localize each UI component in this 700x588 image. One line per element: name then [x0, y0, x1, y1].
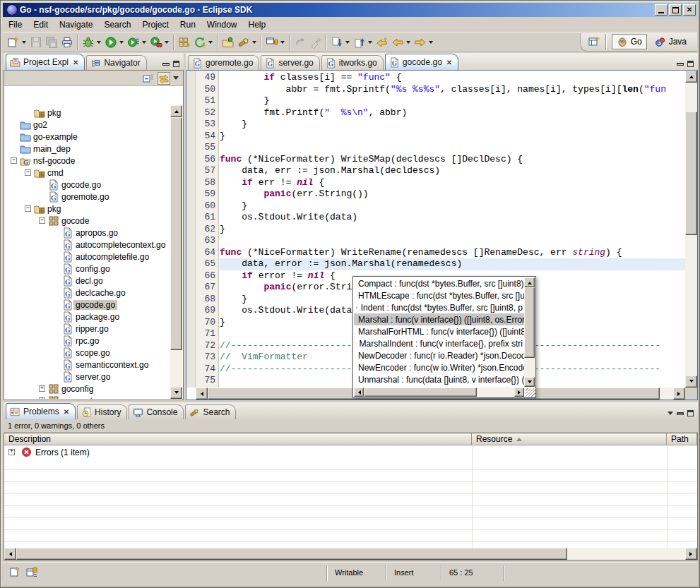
- view-menu-icon[interactable]: [668, 412, 673, 418]
- trim-fast-view-icon[interactable]: [8, 566, 21, 579]
- tree-item-pkg[interactable]: pkg: [5, 107, 170, 119]
- trim-minimized-view-icon[interactable]: [25, 566, 38, 579]
- go-refresh-button[interactable]: [192, 34, 215, 51]
- problems-hscrollbar[interactable]: [4, 548, 697, 560]
- maximize-view-icon[interactable]: [687, 410, 694, 416]
- view-menu-icon[interactable]: [173, 76, 179, 83]
- menu-search[interactable]: Search: [98, 18, 136, 31]
- tree-item-goremote-go[interactable]: Ggoremote.go: [5, 191, 170, 203]
- search-dropdown-icon[interactable]: [252, 41, 256, 46]
- search-button[interactable]: [236, 34, 259, 51]
- popup-resize-grip[interactable]: [526, 388, 535, 397]
- expand-expander[interactable]: +: [39, 397, 45, 399]
- menu-window[interactable]: Window: [201, 18, 243, 31]
- tree-item-goconfig[interactable]: +goconfig: [5, 383, 170, 395]
- menu-project[interactable]: Project: [136, 18, 174, 31]
- open-resource-button[interactable]: [220, 34, 236, 51]
- menu-edit[interactable]: Edit: [28, 18, 54, 31]
- prev-annotation-dropdown-icon[interactable]: [368, 41, 372, 46]
- maximize-button[interactable]: [669, 4, 682, 16]
- external-tools-button[interactable]: [148, 34, 171, 51]
- next-annotation-dropdown-icon[interactable]: [345, 41, 350, 46]
- annotation-ruler[interactable]: [186, 71, 196, 388]
- tree-item-goremote[interactable]: +goremote: [5, 395, 170, 399]
- tree-item-autocompletefile-go[interactable]: Gautocompletefile.go: [5, 251, 170, 263]
- editor-body[interactable]: 4950515253545556575859606162636465666768…: [186, 70, 698, 400]
- external-tools-dropdown-icon[interactable]: [165, 41, 169, 46]
- minimize-view-icon[interactable]: [677, 412, 684, 415]
- debug-button[interactable]: [81, 34, 103, 51]
- collapse-expander[interactable]: −: [25, 205, 31, 212]
- completion-item-indent[interactable]: Indent : func(dst *bytes.Buffer, src []u…: [354, 301, 524, 313]
- tree-item-ripper-go[interactable]: Gripper.go: [5, 323, 170, 335]
- completion-item-unmarshal[interactable]: Unmarshal : func(data []uint8, v interfa…: [354, 373, 524, 385]
- run-history-dropdown-icon[interactable]: [142, 41, 146, 46]
- explorer-tab-navigator[interactable]: Navigator: [86, 55, 146, 70]
- tree-item-autocompletecontext-go[interactable]: Gautocompletecontext.go: [5, 239, 170, 251]
- tree-item-nsf-gocode[interactable]: −Gnsf-gocode: [5, 155, 170, 167]
- close-tab-icon[interactable]: ✕: [73, 59, 78, 66]
- column-header-path[interactable]: Path: [667, 433, 697, 445]
- tree-item-package-go[interactable]: Gpackage.go: [5, 311, 170, 323]
- tree-item-server-go[interactable]: Gserver.go: [5, 371, 170, 383]
- tree-item-apropos-go[interactable]: Gapropos.go: [5, 227, 170, 239]
- editor-tab-gocode-go[interactable]: Ggocode.go✕: [385, 54, 458, 70]
- back-button[interactable]: [390, 34, 413, 51]
- completion-item-newdecoder[interactable]: NewDecoder : func(r io.Reader) *json.Dec…: [354, 349, 524, 361]
- tree-item-semanticcontext-go[interactable]: Gsemanticcontext.go: [5, 359, 170, 371]
- minimize-button[interactable]: [655, 4, 668, 16]
- tree-item-gocode[interactable]: −gocode: [5, 215, 170, 227]
- new-wizard-dropdown-icon[interactable]: [22, 41, 26, 46]
- popup-vscrollbar[interactable]: [524, 277, 535, 387]
- collapse-expander[interactable]: −: [39, 217, 45, 224]
- minimize-view-icon[interactable]: [677, 63, 684, 66]
- tree-item-cmd[interactable]: −cmd: [5, 167, 170, 179]
- forward-button[interactable]: [413, 34, 435, 51]
- line-number-ruler[interactable]: 4950515253545556575859606162636465666768…: [196, 71, 219, 388]
- new-wizard-button[interactable]: [6, 34, 28, 51]
- debug-dropdown-icon[interactable]: [97, 41, 101, 46]
- run-history-button[interactable]: [126, 34, 148, 51]
- open-perspective-button[interactable]: [588, 35, 600, 48]
- completion-item-marshalindent[interactable]: MarshalIndent : func(v interface{}, pref…: [354, 337, 524, 349]
- last-edit-location-button[interactable]: [374, 34, 390, 51]
- tree-item-gocode-go[interactable]: Ggocode.go: [5, 179, 170, 191]
- next-annotation-button[interactable]: [329, 34, 352, 51]
- forward-dropdown-icon[interactable]: [429, 41, 433, 46]
- completion-item-marshal[interactable]: Marshal : func(v interface{}) ([]uint8, …: [354, 313, 524, 325]
- collapse-expander[interactable]: −: [11, 157, 17, 164]
- prev-annotation-button[interactable]: [352, 34, 374, 51]
- menu-run[interactable]: Run: [174, 18, 201, 31]
- tree-item-gocode-go[interactable]: Ggocode.go: [5, 299, 170, 311]
- expand-expander[interactable]: +: [8, 449, 15, 455]
- completion-item-marshalforhtml[interactable]: MarshalForHTML : func(v interface{}) ([]…: [354, 325, 524, 337]
- completion-item-compact[interactable]: Compact : func(dst *bytes.Buffer, src []…: [354, 277, 524, 289]
- completion-item-htmlescape[interactable]: HTMLEscape : func(dst *bytes.Buffer, src…: [354, 289, 524, 301]
- print-button[interactable]: [59, 34, 75, 51]
- console-display-dropdown-icon[interactable]: [280, 41, 285, 46]
- tree-item-pkg[interactable]: −pkg: [5, 203, 170, 215]
- popup-hscrollbar[interactable]: [354, 388, 524, 397]
- expand-expander[interactable]: +: [39, 385, 45, 392]
- tree-item-rpc-go[interactable]: Grpc.go: [5, 335, 170, 347]
- maximize-view-icon[interactable]: [173, 61, 179, 67]
- column-header-resource[interactable]: Resource: [472, 433, 667, 445]
- tree-item-decl-go[interactable]: Gdecl.go: [5, 275, 170, 287]
- problems-tab-problems[interactable]: Problems✕: [6, 403, 76, 419]
- maximize-view-icon[interactable]: [687, 61, 694, 67]
- collapse-all-icon[interactable]: [142, 72, 155, 85]
- table-row[interactable]: +Errors (1 item): [4, 446, 697, 458]
- close-tab-icon[interactable]: ✕: [64, 408, 69, 416]
- tree-scrollbar[interactable]: [170, 105, 182, 399]
- editor-tab-server-go[interactable]: Gserver.go: [261, 55, 319, 70]
- tree-item-config-go[interactable]: Gconfig.go: [5, 263, 170, 275]
- title-bar[interactable]: Go - nsf-gocode/src/pkg/gocode/gocode.go…: [3, 3, 697, 17]
- explorer-tab-project-expl[interactable]: Project Expl✕: [6, 54, 85, 70]
- menu-help[interactable]: Help: [243, 18, 272, 31]
- tree-item-go-example[interactable]: go-example: [5, 131, 170, 143]
- editor-tab-goremote-go[interactable]: Ggoremote.go: [188, 55, 259, 70]
- new-go-package-button[interactable]: [177, 34, 192, 51]
- console-display-button[interactable]: [264, 34, 287, 51]
- menu-navigate[interactable]: Navigate: [54, 18, 98, 31]
- problems-tab-console[interactable]: Console: [129, 404, 184, 419]
